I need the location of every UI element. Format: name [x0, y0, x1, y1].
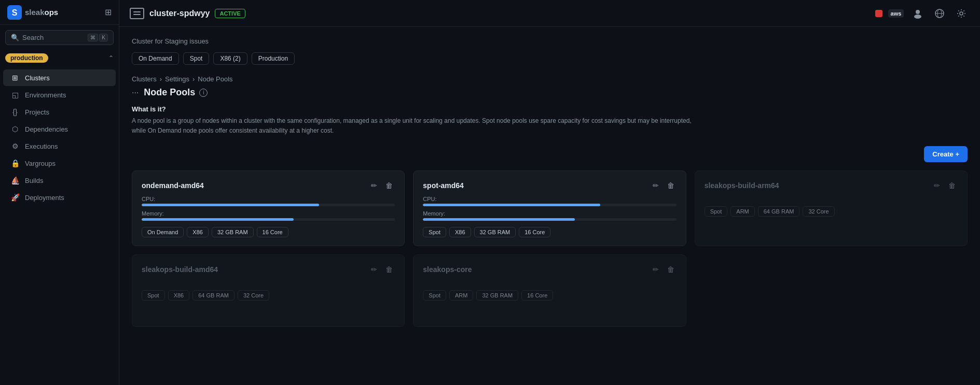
card-header-0: ondemand-amd64 ✏ 🗑: [142, 180, 395, 191]
svg-point-2: [916, 10, 920, 14]
cluster-line-1: [133, 11, 141, 12]
edit-btn-1[interactable]: ✏: [651, 180, 661, 191]
card-actions-4: ✏ 🗑: [651, 264, 677, 275]
pool-tag-2-1: ARM: [730, 206, 754, 217]
edit-btn-4[interactable]: ✏: [651, 264, 661, 275]
breadcrumb-settings[interactable]: Settings: [165, 75, 189, 83]
pool-card-sleakops-build-arm64: sleakops-build-arm64 ✏ 🗑 Spot ARM 64 GB …: [695, 170, 968, 246]
cpu-label-0: CPU:: [142, 196, 395, 202]
nav-section: ⊞ Clusters ◱ Environments {} Projects ⬡ …: [0, 66, 119, 209]
what-is-it-section: What is it? A node pool is a group of no…: [132, 105, 968, 136]
cluster-tag-1[interactable]: Spot: [183, 52, 210, 65]
user-svg: [913, 8, 923, 19]
top-bar-right: aws: [875, 5, 970, 22]
pool-card-sleakops-build-amd64: sleakops-build-amd64 ✏ 🗑 Spot X86 64 GB …: [132, 254, 405, 327]
main-content: cluster-spdwyy ACTIVE aws Cluster for St…: [119, 0, 980, 385]
logo-text: sleakops: [25, 8, 58, 17]
cluster-tag-3[interactable]: Production: [252, 52, 295, 65]
pool-tag-3-2: 64 GB RAM: [192, 290, 234, 301]
projects-icon: {}: [10, 108, 20, 116]
svg-text:S: S: [12, 8, 18, 17]
executions-icon: ⚙: [10, 142, 20, 150]
kbd-cmd: ⌘: [88, 34, 98, 41]
grid-icon[interactable]: ⊞: [105, 7, 112, 17]
logo-ops: ops: [45, 8, 59, 17]
sidebar-item-clusters[interactable]: ⊞ Clusters: [3, 69, 116, 86]
top-bar: cluster-spdwyy ACTIVE aws: [119, 0, 980, 27]
breadcrumb-sep-2: ›: [192, 75, 195, 83]
builds-icon: ⛵: [10, 176, 20, 184]
sidebar-item-vargroups[interactable]: 🔒 Vargroups: [3, 155, 116, 172]
sidebar-item-builds[interactable]: ⛵ Builds: [3, 172, 116, 189]
deployments-icon: 🚀: [10, 193, 20, 202]
cluster-tag-0[interactable]: On Demand: [132, 52, 179, 65]
pool-tag-4-0: Spot: [423, 290, 446, 301]
create-button[interactable]: Create +: [924, 146, 968, 162]
delete-btn-0[interactable]: 🗑: [383, 180, 395, 191]
sidebar-item-executions[interactable]: ⚙ Executions: [3, 138, 116, 154]
nav-label-clusters: Clusters: [25, 74, 50, 82]
environments-icon: ◱: [10, 91, 20, 99]
cluster-tag-row: On Demand Spot X86 (2) Production: [132, 52, 968, 65]
pool-tag-4-2: 32 GB RAM: [476, 290, 518, 301]
nav-label-deployments: Deployments: [25, 194, 64, 202]
cluster-icon-box: [130, 8, 144, 19]
pool-name-3: sleakops-build-amd64: [142, 265, 218, 274]
info-icon[interactable]: i: [199, 89, 208, 97]
sidebar-item-deployments[interactable]: 🚀 Deployments: [3, 189, 116, 206]
pool-tag-0-3: 16 Core: [257, 227, 288, 237]
pool-tag-4-3: 16 Core: [521, 290, 553, 301]
nav-label-dependencies: Dependencies: [25, 125, 68, 133]
edit-btn-3[interactable]: ✏: [369, 264, 379, 275]
card-actions-2: ✏ 🗑: [932, 180, 958, 191]
sidebar-item-dependencies[interactable]: ⬡ Dependencies: [3, 121, 116, 137]
globe-icon[interactable]: [931, 5, 948, 22]
dependencies-icon: ⬡: [10, 125, 20, 133]
content-area: Cluster for Staging issues On Demand Spo…: [119, 27, 980, 385]
pool-tag-2-0: Spot: [705, 206, 728, 217]
cluster-icon-lines: [133, 11, 141, 15]
pool-card-spot-amd64: spot-amd64 ✏ 🗑 CPU: Memory:: [413, 170, 686, 246]
pool-tag-1-3: 16 Core: [519, 227, 550, 237]
delete-btn-1[interactable]: 🗑: [665, 180, 677, 191]
user-icon[interactable]: [909, 5, 926, 22]
delete-btn-3[interactable]: 🗑: [383, 264, 395, 275]
cluster-tag-2[interactable]: X86 (2): [213, 52, 247, 65]
card-actions-1: ✏ 🗑: [651, 180, 677, 191]
clusters-icon: ⊞: [10, 74, 20, 82]
aws-icon[interactable]: aws: [888, 5, 904, 22]
pool-tags-2: Spot ARM 64 GB RAM 32 Core: [705, 206, 958, 217]
cpu-section-1: CPU:: [423, 196, 676, 206]
edit-btn-0[interactable]: ✏: [369, 180, 379, 191]
kbd-k: K: [99, 34, 108, 41]
logo-sleak: sleak: [25, 8, 45, 17]
nav-label-builds: Builds: [25, 177, 43, 184]
breadcrumb-clusters[interactable]: Clusters: [132, 75, 157, 83]
mem-section-0: Memory:: [142, 210, 395, 221]
search-label: Search: [22, 34, 85, 41]
sidebar-item-projects[interactable]: {} Projects: [3, 104, 116, 120]
sidebar-item-environments[interactable]: ◱ Environments: [3, 87, 116, 103]
svg-point-3: [914, 15, 921, 19]
workspace-badge[interactable]: production: [5, 53, 48, 63]
chevron-icon[interactable]: ⌃: [108, 54, 114, 62]
pool-tag-3-3: 32 Core: [238, 290, 269, 301]
settings-icon[interactable]: [953, 5, 970, 22]
cpu-bar-0: [142, 204, 395, 206]
pool-tag-2-3: 32 Core: [803, 206, 834, 217]
pool-tags-3: Spot X86 64 GB RAM 32 Core: [142, 290, 395, 301]
edit-btn-2[interactable]: ✏: [932, 180, 942, 191]
sidebar: S sleakops ⊞ 🔍 Search ⌘ K production ⌃ ⊞…: [0, 0, 119, 385]
cpu-label-1: CPU:: [423, 196, 676, 202]
search-bar[interactable]: 🔍 Search ⌘ K: [5, 30, 114, 45]
card-actions-0: ✏ 🗑: [369, 180, 395, 191]
delete-btn-2[interactable]: 🗑: [946, 180, 958, 191]
pool-tag-2-2: 64 GB RAM: [758, 206, 800, 217]
cluster-name: cluster-spdwyy: [149, 9, 210, 18]
mem-fill-0: [142, 218, 294, 221]
svg-point-7: [960, 12, 963, 15]
mem-fill-1: [423, 218, 575, 221]
delete-btn-4[interactable]: 🗑: [665, 264, 677, 275]
mem-bar-0: [142, 218, 395, 221]
search-icon: 🔍: [11, 34, 19, 41]
